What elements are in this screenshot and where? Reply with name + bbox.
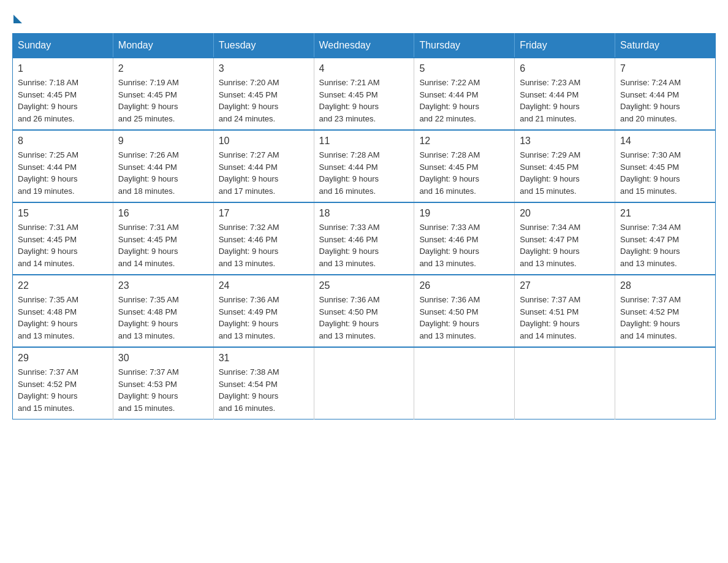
day-number: 9 bbox=[118, 136, 208, 147]
calendar-cell bbox=[414, 347, 515, 419]
day-number: 8 bbox=[18, 136, 108, 147]
calendar-cell: 31 Sunrise: 7:38 AM Sunset: 4:54 PM Dayl… bbox=[213, 347, 314, 419]
calendar-cell: 1 Sunrise: 7:18 AM Sunset: 4:45 PM Dayli… bbox=[13, 58, 113, 130]
day-info: Sunrise: 7:34 AM Sunset: 4:47 PM Dayligh… bbox=[520, 221, 610, 269]
day-number: 16 bbox=[118, 208, 208, 219]
day-info: Sunrise: 7:29 AM Sunset: 4:45 PM Dayligh… bbox=[520, 149, 610, 197]
day-number: 12 bbox=[419, 136, 509, 147]
day-info: Sunrise: 7:32 AM Sunset: 4:46 PM Dayligh… bbox=[219, 221, 309, 269]
day-number: 29 bbox=[18, 353, 108, 364]
calendar-cell: 15 Sunrise: 7:31 AM Sunset: 4:45 PM Dayl… bbox=[13, 202, 113, 275]
day-number: 21 bbox=[620, 208, 710, 219]
day-number: 10 bbox=[219, 136, 309, 147]
calendar-cell: 30 Sunrise: 7:37 AM Sunset: 4:53 PM Dayl… bbox=[113, 347, 213, 419]
day-info: Sunrise: 7:37 AM Sunset: 4:53 PM Dayligh… bbox=[118, 366, 208, 414]
calendar-cell: 11 Sunrise: 7:28 AM Sunset: 4:44 PM Dayl… bbox=[314, 130, 414, 202]
day-number: 18 bbox=[319, 208, 409, 219]
day-info: Sunrise: 7:33 AM Sunset: 4:46 PM Dayligh… bbox=[419, 221, 509, 269]
calendar-cell: 5 Sunrise: 7:22 AM Sunset: 4:44 PM Dayli… bbox=[414, 58, 515, 130]
day-info: Sunrise: 7:31 AM Sunset: 4:45 PM Dayligh… bbox=[18, 221, 108, 269]
day-number: 7 bbox=[620, 63, 710, 74]
calendar-cell: 6 Sunrise: 7:23 AM Sunset: 4:44 PM Dayli… bbox=[515, 58, 615, 130]
day-info: Sunrise: 7:36 AM Sunset: 4:50 PM Dayligh… bbox=[419, 294, 509, 342]
day-number: 31 bbox=[219, 353, 309, 364]
day-number: 20 bbox=[520, 208, 610, 219]
calendar-cell: 28 Sunrise: 7:37 AM Sunset: 4:52 PM Dayl… bbox=[615, 275, 716, 347]
calendar-body: 1 Sunrise: 7:18 AM Sunset: 4:45 PM Dayli… bbox=[13, 58, 716, 419]
day-info: Sunrise: 7:30 AM Sunset: 4:45 PM Dayligh… bbox=[620, 149, 710, 197]
week-row-4: 22 Sunrise: 7:35 AM Sunset: 4:48 PM Dayl… bbox=[13, 275, 716, 347]
weekday-header-monday: Monday bbox=[113, 34, 213, 58]
calendar-cell: 4 Sunrise: 7:21 AM Sunset: 4:45 PM Dayli… bbox=[314, 58, 414, 130]
calendar-cell: 13 Sunrise: 7:29 AM Sunset: 4:45 PM Dayl… bbox=[515, 130, 615, 202]
day-number: 22 bbox=[18, 280, 108, 291]
day-number: 25 bbox=[319, 280, 409, 291]
day-info: Sunrise: 7:25 AM Sunset: 4:44 PM Dayligh… bbox=[18, 149, 108, 197]
day-info: Sunrise: 7:28 AM Sunset: 4:45 PM Dayligh… bbox=[419, 149, 509, 197]
logo bbox=[12, 12, 22, 21]
calendar-cell: 26 Sunrise: 7:36 AM Sunset: 4:50 PM Dayl… bbox=[414, 275, 515, 347]
day-info: Sunrise: 7:28 AM Sunset: 4:44 PM Dayligh… bbox=[319, 149, 409, 197]
week-row-1: 1 Sunrise: 7:18 AM Sunset: 4:45 PM Dayli… bbox=[13, 58, 716, 130]
day-info: Sunrise: 7:23 AM Sunset: 4:44 PM Dayligh… bbox=[520, 77, 610, 124]
day-info: Sunrise: 7:36 AM Sunset: 4:50 PM Dayligh… bbox=[319, 294, 409, 342]
day-info: Sunrise: 7:19 AM Sunset: 4:45 PM Dayligh… bbox=[118, 77, 208, 124]
day-info: Sunrise: 7:31 AM Sunset: 4:45 PM Dayligh… bbox=[118, 221, 208, 269]
logo-arrow-icon bbox=[13, 15, 22, 23]
day-info: Sunrise: 7:37 AM Sunset: 4:51 PM Dayligh… bbox=[520, 294, 610, 342]
day-number: 27 bbox=[520, 280, 610, 291]
calendar-cell: 29 Sunrise: 7:37 AM Sunset: 4:52 PM Dayl… bbox=[13, 347, 113, 419]
day-number: 4 bbox=[319, 63, 409, 74]
calendar-cell: 9 Sunrise: 7:26 AM Sunset: 4:44 PM Dayli… bbox=[113, 130, 213, 202]
calendar-cell bbox=[314, 347, 414, 419]
calendar-cell bbox=[615, 347, 716, 419]
day-number: 19 bbox=[419, 208, 509, 219]
weekday-header-sunday: Sunday bbox=[13, 34, 113, 58]
weekday-header-thursday: Thursday bbox=[414, 34, 515, 58]
calendar-cell: 18 Sunrise: 7:33 AM Sunset: 4:46 PM Dayl… bbox=[314, 202, 414, 275]
day-number: 1 bbox=[18, 63, 108, 74]
day-info: Sunrise: 7:38 AM Sunset: 4:54 PM Dayligh… bbox=[219, 366, 309, 414]
calendar-cell: 19 Sunrise: 7:33 AM Sunset: 4:46 PM Dayl… bbox=[414, 202, 515, 275]
week-row-5: 29 Sunrise: 7:37 AM Sunset: 4:52 PM Dayl… bbox=[13, 347, 716, 419]
calendar-cell: 16 Sunrise: 7:31 AM Sunset: 4:45 PM Dayl… bbox=[113, 202, 213, 275]
day-number: 14 bbox=[620, 136, 710, 147]
calendar-cell: 14 Sunrise: 7:30 AM Sunset: 4:45 PM Dayl… bbox=[615, 130, 716, 202]
calendar-cell: 23 Sunrise: 7:35 AM Sunset: 4:48 PM Dayl… bbox=[113, 275, 213, 347]
day-info: Sunrise: 7:21 AM Sunset: 4:45 PM Dayligh… bbox=[319, 77, 409, 124]
day-info: Sunrise: 7:27 AM Sunset: 4:44 PM Dayligh… bbox=[219, 149, 309, 197]
logo-text bbox=[12, 12, 22, 23]
day-number: 6 bbox=[520, 63, 610, 74]
calendar-cell: 22 Sunrise: 7:35 AM Sunset: 4:48 PM Dayl… bbox=[13, 275, 113, 347]
day-number: 17 bbox=[219, 208, 309, 219]
calendar-header: SundayMondayTuesdayWednesdayThursdayFrid… bbox=[13, 34, 716, 58]
calendar-cell: 8 Sunrise: 7:25 AM Sunset: 4:44 PM Dayli… bbox=[13, 130, 113, 202]
day-info: Sunrise: 7:18 AM Sunset: 4:45 PM Dayligh… bbox=[18, 77, 108, 124]
calendar-cell: 2 Sunrise: 7:19 AM Sunset: 4:45 PM Dayli… bbox=[113, 58, 213, 130]
day-number: 5 bbox=[419, 63, 509, 74]
day-info: Sunrise: 7:35 AM Sunset: 4:48 PM Dayligh… bbox=[118, 294, 208, 342]
week-row-2: 8 Sunrise: 7:25 AM Sunset: 4:44 PM Dayli… bbox=[13, 130, 716, 202]
day-number: 13 bbox=[520, 136, 610, 147]
calendar-cell: 25 Sunrise: 7:36 AM Sunset: 4:50 PM Dayl… bbox=[314, 275, 414, 347]
day-number: 28 bbox=[620, 280, 710, 291]
week-row-3: 15 Sunrise: 7:31 AM Sunset: 4:45 PM Dayl… bbox=[13, 202, 716, 275]
calendar-cell: 3 Sunrise: 7:20 AM Sunset: 4:45 PM Dayli… bbox=[213, 58, 314, 130]
page-header bbox=[12, 12, 716, 21]
calendar-cell: 17 Sunrise: 7:32 AM Sunset: 4:46 PM Dayl… bbox=[213, 202, 314, 275]
day-info: Sunrise: 7:37 AM Sunset: 4:52 PM Dayligh… bbox=[620, 294, 710, 342]
day-number: 11 bbox=[319, 136, 409, 147]
day-info: Sunrise: 7:22 AM Sunset: 4:44 PM Dayligh… bbox=[419, 77, 509, 124]
day-info: Sunrise: 7:24 AM Sunset: 4:44 PM Dayligh… bbox=[620, 77, 710, 124]
day-info: Sunrise: 7:37 AM Sunset: 4:52 PM Dayligh… bbox=[18, 366, 108, 414]
weekday-header-row: SundayMondayTuesdayWednesdayThursdayFrid… bbox=[13, 34, 716, 58]
day-info: Sunrise: 7:36 AM Sunset: 4:49 PM Dayligh… bbox=[219, 294, 309, 342]
calendar-cell: 24 Sunrise: 7:36 AM Sunset: 4:49 PM Dayl… bbox=[213, 275, 314, 347]
weekday-header-wednesday: Wednesday bbox=[314, 34, 414, 58]
calendar-cell: 12 Sunrise: 7:28 AM Sunset: 4:45 PM Dayl… bbox=[414, 130, 515, 202]
day-number: 2 bbox=[118, 63, 208, 74]
calendar-cell: 7 Sunrise: 7:24 AM Sunset: 4:44 PM Dayli… bbox=[615, 58, 716, 130]
calendar-cell bbox=[515, 347, 615, 419]
day-number: 30 bbox=[118, 353, 208, 364]
day-number: 15 bbox=[18, 208, 108, 219]
